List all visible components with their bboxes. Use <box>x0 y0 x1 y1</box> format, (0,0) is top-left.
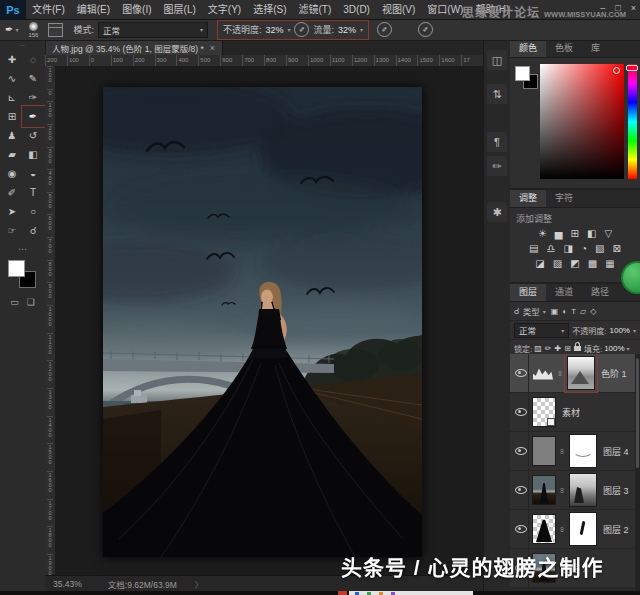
chevron-down-icon[interactable]: ▾ <box>543 308 546 315</box>
foreground-color-swatch[interactable] <box>8 260 25 277</box>
chevron-down-icon[interactable]: ▾ <box>287 26 290 33</box>
document-tab[interactable]: 人物.jpg @ 35.4% (色阶 1, 图层蒙版/8) * × <box>45 40 223 55</box>
close-tab-icon[interactable]: × <box>210 43 215 53</box>
close-button[interactable]: × <box>631 1 636 15</box>
layer-mask-thumbnail[interactable] <box>569 434 597 468</box>
shape-tool[interactable]: ○ <box>23 202 44 221</box>
adjustment-icon[interactable]: ▩ <box>588 256 597 271</box>
filter-icon[interactable]: T <box>571 307 576 316</box>
lock-icon[interactable]: ✚ <box>555 344 562 353</box>
layer-mask-thumbnail[interactable] <box>569 473 597 507</box>
gradient-tool[interactable]: ◧ <box>23 145 44 164</box>
zoom-tool[interactable]: ☌ <box>23 221 44 240</box>
marquee-tool[interactable]: ◌ <box>23 50 44 69</box>
color-tab-颜色[interactable]: 颜色 <box>510 40 546 57</box>
adjustment-icon[interactable]: ▧ <box>595 241 604 256</box>
adjustment-icon[interactable]: ▅ <box>555 226 563 241</box>
more-tools-icon[interactable]: ⋯ <box>18 244 27 254</box>
adjustment-icon[interactable]: ☀ <box>538 226 547 241</box>
visibility-toggle[interactable] <box>513 432 529 470</box>
layers-scrollbar[interactable] <box>635 354 640 595</box>
menu-item-文字(Y)[interactable]: 文字(Y) <box>202 0 247 19</box>
dodge-tool[interactable]: ◒ <box>23 164 44 183</box>
saturation-brightness-field[interactable] <box>540 64 624 179</box>
color-cursor[interactable] <box>613 67 620 74</box>
visibility-toggle[interactable] <box>513 393 529 431</box>
lock-all-icon[interactable] <box>574 346 581 351</box>
adjust-tab-调整[interactable]: 调整 <box>510 190 546 207</box>
chevron-down-icon[interactable]: ▾ <box>360 26 363 33</box>
panel-grip[interactable]: ‥ <box>20 40 25 50</box>
adjustment-icon[interactable]: ⊞ <box>571 226 579 241</box>
menu-item-图层(L)[interactable]: 图层(L) <box>158 0 202 19</box>
blur-tool[interactable]: ◉ <box>2 164 23 183</box>
hand-tool[interactable]: ☞ <box>2 221 23 240</box>
paragraph-panel-icon[interactable]: ¶ <box>487 132 507 152</box>
chevron-down-icon[interactable]: ▾ <box>633 327 636 334</box>
filter-icon[interactable]: ▱ <box>580 307 586 316</box>
visibility-toggle[interactable] <box>513 510 529 548</box>
tool-preset-picker[interactable]: ✒ ▾ <box>5 24 18 35</box>
adjustment-icon[interactable]: ⊠ <box>612 241 620 256</box>
quick-selection-tool[interactable]: ✎ <box>23 69 44 88</box>
layers-tab-通道[interactable]: 通道 <box>546 284 582 301</box>
adjustment-icon[interactable]: ◩ <box>570 256 579 271</box>
layer-opacity-value[interactable]: 100% <box>610 326 630 335</box>
zoom-level-value[interactable]: 35.43% <box>53 579 82 589</box>
search-icon[interactable]: ☌ <box>514 306 520 316</box>
quick-mask-button[interactable]: ▭ <box>10 297 19 307</box>
layer-row[interactable]: ∞图层 4 <box>510 432 640 471</box>
layers-tab-图层[interactable]: 图层 <box>510 284 546 301</box>
adjustment-icon[interactable]: ◔ <box>581 241 587 256</box>
layer-row[interactable]: ∞图层 3 <box>510 471 640 510</box>
filter-icon[interactable]: ◇ <box>590 307 596 316</box>
history-brush-tool[interactable]: ↺ <box>23 126 44 145</box>
crop-tool[interactable]: ⊾ <box>2 88 23 107</box>
layer-mask-thumbnail[interactable] <box>569 512 597 546</box>
adjust-tab-字符[interactable]: 字符 <box>546 190 582 207</box>
document-image[interactable] <box>103 87 422 557</box>
adjustment-icon[interactable]: ▽ <box>604 226 612 241</box>
canvas-area[interactable] <box>55 66 483 575</box>
type-tool[interactable]: T <box>23 183 44 202</box>
visibility-toggle[interactable] <box>513 354 529 392</box>
layer-row[interactable]: 素材 <box>510 393 640 432</box>
eyedropper-tool[interactable]: ✑ <box>23 88 44 107</box>
lock-icon[interactable]: ✏ <box>545 344 552 353</box>
chevron-down-icon[interactable]: ▾ <box>627 345 630 352</box>
screen-mode-button[interactable]: ❏ <box>27 297 35 307</box>
layer-blend-mode-select[interactable]: 正常 ▾ <box>514 323 569 338</box>
clone-source-panel-icon[interactable]: ⇅ <box>487 84 507 104</box>
menu-item-3D(D)[interactable]: 3D(D) <box>337 0 376 19</box>
blend-mode-select[interactable]: 正常 ▾ <box>98 22 208 38</box>
brush-tool[interactable]: ✒ <box>23 107 44 126</box>
lock-icon[interactable]: ▨ <box>534 344 542 353</box>
menu-item-图像(I)[interactable]: 图像(I) <box>116 0 157 19</box>
menu-item-视图(V)[interactable]: 视图(V) <box>376 0 421 19</box>
adjustment-icon[interactable]: ◨ <box>564 241 573 256</box>
layer-thumbnail[interactable] <box>532 475 556 505</box>
color-tab-色板[interactable]: 色板 <box>546 40 582 57</box>
lasso-tool[interactable]: ∿ <box>2 69 23 88</box>
brush-settings-panel-icon[interactable]: ◫ <box>487 50 507 70</box>
flow-value[interactable]: 32% <box>338 25 356 35</box>
opacity-value[interactable]: 32% <box>265 25 283 35</box>
filter-icon[interactable]: ▣ <box>551 307 559 316</box>
info-panel-icon[interactable]: ✱ <box>487 202 507 222</box>
layers-tab-路径[interactable]: 路径 <box>582 284 618 301</box>
filter-type-label[interactable]: 类型 <box>523 305 540 317</box>
pen-tool[interactable]: ✐ <box>2 183 23 202</box>
lock-icon[interactable]: ⊞ <box>564 344 571 353</box>
fill-value[interactable]: 100% <box>604 344 624 353</box>
libraries-panel-icon[interactable]: ✏ <box>487 156 507 176</box>
menu-item-编辑(E)[interactable]: 编辑(E) <box>71 0 116 19</box>
hue-slider[interactable] <box>628 64 637 179</box>
visibility-toggle[interactable] <box>513 471 529 509</box>
menu-item-滤镜(T)[interactable]: 滤镜(T) <box>293 0 338 19</box>
layer-thumbnail[interactable] <box>532 514 556 544</box>
toggle-brush-panel-button[interactable] <box>48 23 63 37</box>
layer-thumbnail[interactable] <box>532 397 556 427</box>
adjustment-icon[interactable]: ◪ <box>535 256 544 271</box>
clone-stamp-tool[interactable]: ♟ <box>2 126 23 145</box>
menu-item-文件(F)[interactable]: 文件(F) <box>26 0 71 19</box>
